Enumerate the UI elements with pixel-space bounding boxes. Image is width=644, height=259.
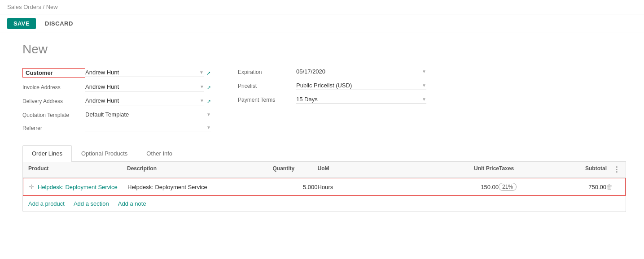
- pricelist-label: Pricelist: [238, 83, 296, 89]
- main-content: New Customer Andrew Hunt ▼ ➚ Invoice Add…: [0, 33, 644, 221]
- table-header: Product Description Quantity UoM Unit Pr…: [23, 162, 626, 178]
- product-cell: ✛ Helpdesk: Deployment Service: [29, 183, 127, 190]
- pricelist-field[interactable]: Public Pricelist (USD) ▼: [296, 82, 426, 90]
- tab-optional-products[interactable]: Optional Products: [72, 145, 137, 161]
- col-options[interactable]: ⋮: [607, 165, 620, 174]
- col-quantity: Quantity: [273, 165, 318, 174]
- taxes-cell: 21%: [499, 183, 561, 191]
- invoice-address-field[interactable]: Andrew Hunt ▼: [85, 83, 204, 91]
- form-right: Expiration 05/17/2020 ▼ Pricelist Public…: [238, 65, 426, 134]
- referrer-row: Referrer ▼: [22, 122, 211, 134]
- referrer-label: Referrer: [22, 125, 85, 131]
- customer-value: Andrew Hunt: [85, 69, 197, 76]
- expiration-label: Expiration: [238, 69, 296, 75]
- customer-label: Customer: [22, 68, 85, 78]
- add-product-link[interactable]: Add a product: [28, 200, 65, 207]
- referrer-dropdown-icon[interactable]: ▼: [206, 125, 211, 130]
- add-section-link[interactable]: Add a section: [74, 200, 109, 207]
- referrer-field[interactable]: ▼: [85, 125, 211, 131]
- delivery-address-value: Andrew Hunt: [85, 97, 197, 104]
- unit-price-cell: 150.00: [354, 184, 499, 190]
- quotation-template-field[interactable]: Default Template ▼: [85, 111, 211, 119]
- pricelist-row: Pricelist Public Pricelist (USD) ▼: [238, 79, 426, 93]
- expiration-dropdown-icon[interactable]: ▼: [422, 69, 426, 74]
- invoice-address-external-link-icon[interactable]: ➚: [207, 85, 211, 91]
- payment-terms-label: Payment Terms: [238, 97, 296, 103]
- col-uom: UoM: [318, 165, 354, 174]
- payment-terms-field[interactable]: 15 Days ▼: [296, 96, 426, 104]
- delete-btn[interactable]: 🗑: [606, 183, 620, 190]
- invoice-address-label: Invoice Address: [22, 84, 85, 91]
- customer-field[interactable]: Andrew Hunt ▼: [85, 69, 204, 77]
- payment-terms-dropdown-icon[interactable]: ▼: [422, 97, 426, 102]
- form-left: Customer Andrew Hunt ▼ ➚ Invoice Address…: [22, 65, 211, 134]
- invoice-address-row: Invoice Address Andrew Hunt ▼ ➚: [22, 81, 211, 95]
- drag-handle-icon[interactable]: ✛: [29, 183, 34, 190]
- pricelist-value: Public Pricelist (USD): [296, 82, 420, 89]
- tab-other-info[interactable]: Other Info: [137, 145, 182, 161]
- subtotal-cell: 750.00: [561, 184, 606, 190]
- expiration-value: 05/17/2020: [296, 68, 420, 75]
- uom-cell: Hours: [318, 184, 354, 190]
- payment-terms-value: 15 Days: [296, 96, 420, 103]
- add-note-link[interactable]: Add a note: [118, 200, 146, 207]
- quotation-template-value: Default Template: [85, 111, 204, 118]
- toolbar: SAVE DISCARD: [0, 14, 644, 33]
- footer-actions: Add a product Add a section Add a note: [23, 196, 626, 212]
- customer-external-link-icon[interactable]: ➚: [206, 70, 211, 76]
- save-button[interactable]: SAVE: [7, 18, 36, 29]
- action-bar: Sales Orders / New: [0, 0, 644, 14]
- payment-terms-row: Payment Terms 15 Days ▼: [238, 93, 426, 107]
- discard-button[interactable]: DISCARD: [41, 18, 77, 29]
- product-value: Helpdesk: Deployment Service: [38, 184, 118, 190]
- tax-badge: 21%: [499, 183, 517, 191]
- expiration-field[interactable]: 05/17/2020 ▼: [296, 68, 426, 76]
- description-cell: Helpdesk: Deployment Service: [127, 184, 273, 190]
- delivery-address-label: Delivery Address: [22, 98, 85, 104]
- page-title: New: [22, 42, 626, 56]
- tab-order-lines[interactable]: Order Lines: [22, 145, 72, 162]
- quotation-template-dropdown-icon[interactable]: ▼: [206, 112, 211, 117]
- table-row: ✛ Helpdesk: Deployment Service Helpdesk:…: [23, 178, 626, 196]
- col-subtotal: Subtotal: [562, 165, 607, 174]
- customer-row: Customer Andrew Hunt ▼ ➚: [22, 65, 211, 81]
- order-lines-table: Product Description Quantity UoM Unit Pr…: [22, 162, 626, 212]
- invoice-address-dropdown-icon[interactable]: ▼: [200, 84, 204, 89]
- customer-dropdown-icon[interactable]: ▼: [199, 70, 204, 75]
- delivery-address-field[interactable]: Andrew Hunt ▼: [85, 97, 204, 105]
- quotation-template-label: Quotation Template: [22, 112, 85, 118]
- col-product: Product: [28, 165, 127, 174]
- form-grid: Customer Andrew Hunt ▼ ➚ Invoice Address…: [22, 65, 426, 134]
- delivery-address-external-link-icon[interactable]: ➚: [207, 99, 211, 104]
- breadcrumb: Sales Orders / New: [7, 4, 58, 10]
- col-taxes: Taxes: [499, 165, 562, 174]
- delivery-address-row: Delivery Address Andrew Hunt ▼ ➚: [22, 95, 211, 108]
- tabs-container: Order Lines Optional Products Other Info: [22, 145, 626, 162]
- invoice-address-value: Andrew Hunt: [85, 83, 197, 90]
- quantity-cell: 5.000: [273, 184, 318, 190]
- pricelist-dropdown-icon[interactable]: ▼: [422, 83, 426, 88]
- delivery-address-dropdown-icon[interactable]: ▼: [200, 98, 204, 103]
- col-description: Description: [127, 165, 273, 174]
- quotation-template-row: Quotation Template Default Template ▼: [22, 108, 211, 122]
- col-unit-price: Unit Price: [354, 165, 499, 174]
- expiration-row: Expiration 05/17/2020 ▼: [238, 65, 426, 79]
